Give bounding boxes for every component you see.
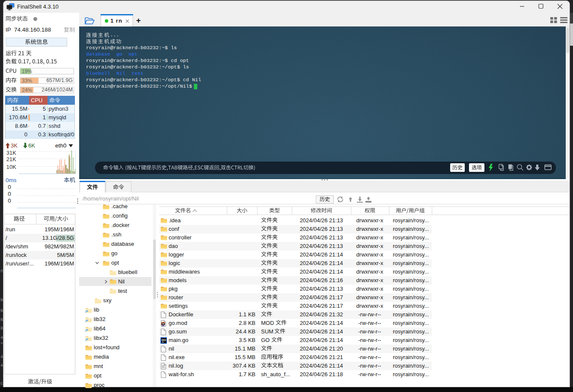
svg-text:GO: GO: [161, 339, 166, 342]
